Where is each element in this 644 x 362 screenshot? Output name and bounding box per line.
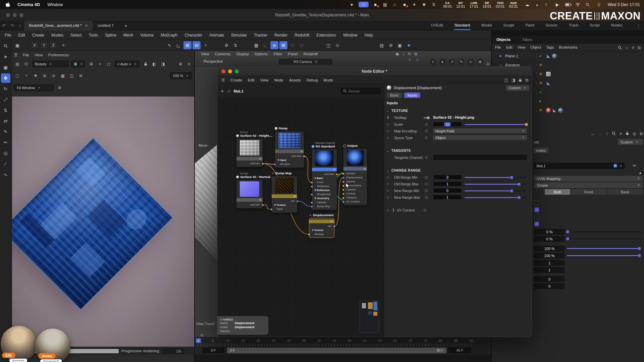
menu-help[interactable]: Help bbox=[365, 33, 373, 38]
attribute-slider[interactable] bbox=[567, 255, 642, 256]
slider-handle[interactable] bbox=[510, 176, 513, 179]
node-graph-canvas[interactable]: 1 node(s) NameDisplacementAssetDisplacem… bbox=[217, 98, 384, 337]
layout-tab-track[interactable]: Track bbox=[568, 21, 579, 30]
port-blue-icon[interactable] bbox=[297, 200, 298, 202]
graph-node-displacement[interactable]: ≡Displacement◔▤out▾ TextureTexMap bbox=[309, 213, 334, 238]
plane-icon[interactable]: ✈ bbox=[411, 2, 417, 7]
material-tab[interactable]: Mat.1 bbox=[234, 89, 244, 93]
search-box[interactable] bbox=[341, 88, 380, 94]
search-icon[interactable] bbox=[618, 46, 622, 50]
camera-view-icon[interactable]: ⊙ bbox=[333, 41, 341, 49]
dropdown-field[interactable]: Height Field▼ bbox=[433, 128, 527, 133]
port-orange-icon[interactable] bbox=[311, 182, 313, 183]
flame-icon[interactable]: ▲ bbox=[535, 2, 540, 7]
menu-window[interactable]: Window bbox=[343, 33, 358, 38]
channels-icon[interactable]: ⌗ bbox=[97, 61, 103, 67]
up-icon[interactable]: ↑ bbox=[606, 131, 608, 136]
home-icon[interactable]: ⌂ bbox=[626, 45, 628, 50]
axis-lock-y[interactable]: Y bbox=[40, 42, 48, 49]
add-tab-icon[interactable]: + bbox=[124, 23, 127, 28]
objects-menu-tags[interactable]: Tags bbox=[546, 45, 554, 49]
disabled-x-icon[interactable]: ✕ bbox=[539, 81, 542, 85]
render-view-menu-file[interactable]: File bbox=[23, 53, 29, 57]
popout-icon[interactable]: ⧉ bbox=[525, 78, 528, 82]
navigate-icon[interactable]: + bbox=[23, 72, 30, 79]
visibility-dots-icon[interactable]: ⋮ bbox=[535, 63, 538, 67]
node-preview-bar[interactable]: ◔▤ bbox=[236, 198, 263, 202]
filter-icon[interactable]: ≡ bbox=[632, 45, 634, 50]
dither-icon[interactable]: ⊞ bbox=[88, 61, 95, 67]
collapse-icon[interactable]: ▲ bbox=[639, 171, 642, 175]
section-header[interactable]: ⌄CHANGE RANGE bbox=[387, 169, 532, 172]
node-editor-menu-assets[interactable]: Assets bbox=[289, 78, 301, 82]
section-header[interactable]: ⌄TANGENTS bbox=[387, 149, 532, 153]
material-tag-icon[interactable] bbox=[552, 54, 557, 58]
layer-dots-icon[interactable]: ▫▫ bbox=[529, 63, 531, 67]
port-yellow-icon[interactable] bbox=[342, 197, 344, 199]
inspector-tab-basic[interactable]: Basic bbox=[387, 93, 402, 98]
side-front[interactable]: Front bbox=[571, 189, 606, 195]
attribute-slider[interactable] bbox=[567, 231, 642, 232]
menubar-item[interactable]: Window bbox=[47, 2, 63, 7]
download-icon[interactable]: ↓ bbox=[402, 52, 404, 56]
animation-circle-icon[interactable] bbox=[425, 176, 428, 179]
port-orange-icon[interactable] bbox=[311, 202, 313, 203]
expand-icon[interactable]: ❯ bbox=[387, 116, 389, 119]
graph-node-ramp[interactable]: Ramp◔▤outColor▾ InputAll Input bbox=[275, 126, 304, 168]
render-view-menu-view[interactable]: View bbox=[35, 53, 43, 57]
lock-icon[interactable] bbox=[142, 61, 149, 67]
parameter-slider[interactable] bbox=[465, 190, 526, 191]
text-field[interactable] bbox=[433, 155, 527, 160]
timeline-range-slider[interactable]: 0 F 90 F bbox=[227, 348, 446, 353]
axis-tool-icon[interactable]: ⇅ bbox=[1, 106, 10, 115]
disabled-x-icon[interactable]: ✕ bbox=[539, 72, 542, 76]
slider-handle[interactable] bbox=[566, 237, 569, 240]
objects-menu-edit[interactable]: Edit bbox=[506, 45, 513, 49]
object-name[interactable]: Plane.1 bbox=[505, 54, 518, 58]
target-icon[interactable]: ⌖ bbox=[539, 99, 541, 104]
disabled-quantize-icon[interactable]: ⊡ bbox=[298, 41, 306, 49]
keyframe-diamond-icon[interactable]: ◇ bbox=[387, 208, 389, 212]
target-icon[interactable]: ◎ bbox=[633, 131, 636, 136]
port-blue-icon[interactable] bbox=[342, 177, 344, 179]
alert-icon[interactable]: ⚠ bbox=[392, 2, 398, 7]
menu-select[interactable]: Select bbox=[70, 33, 82, 38]
keyframe-diamond-icon[interactable]: ◇ bbox=[387, 189, 389, 192]
spotlight-icon[interactable] bbox=[586, 3, 592, 7]
graph-minimap[interactable] bbox=[360, 301, 379, 333]
objects-menu-view[interactable]: View bbox=[518, 45, 526, 49]
pan-icon[interactable]: ✥ bbox=[32, 72, 39, 79]
zoom-dropdown[interactable]: 100 %▼ bbox=[170, 72, 192, 79]
node-preview-bar[interactable]: ◔▤ bbox=[236, 157, 263, 161]
fullscreen-icon[interactable]: ▢ bbox=[14, 72, 21, 79]
subdivide-icon[interactable]: ⌗ bbox=[202, 41, 210, 49]
menu-volume[interactable]: Volume bbox=[140, 33, 154, 38]
lock-icon[interactable] bbox=[626, 131, 629, 136]
port-orange-icon[interactable] bbox=[336, 174, 338, 175]
battery-icon[interactable] bbox=[565, 3, 571, 6]
viewport-projection-label[interactable]: Perspective bbox=[204, 59, 223, 63]
side-both[interactable]: Both bbox=[545, 189, 570, 195]
gear-icon[interactable]: ⚙ bbox=[56, 84, 63, 91]
layout-menu-icon[interactable]: ⋮ bbox=[636, 23, 644, 28]
keyframe-diamond-icon[interactable]: ◇ bbox=[387, 123, 389, 126]
animation-circle-icon[interactable] bbox=[425, 136, 428, 139]
layout-tab-script[interactable]: Script bbox=[589, 21, 600, 30]
attribute-value-field[interactable]: 0 bbox=[534, 283, 565, 289]
node-editor-menu-create[interactable]: Create bbox=[230, 78, 242, 82]
search-input[interactable] bbox=[348, 89, 377, 93]
menu-character[interactable]: Character bbox=[184, 33, 202, 38]
compare-b-icon[interactable]: ◨ bbox=[160, 61, 166, 67]
animation-circle-icon[interactable] bbox=[424, 209, 426, 212]
copy-icon[interactable]: ⧉ bbox=[77, 72, 84, 79]
port-blue-icon[interactable] bbox=[311, 206, 313, 207]
mapping-dropdown[interactable]: Simple▼ bbox=[534, 182, 643, 188]
menu-mesh[interactable]: Mesh bbox=[123, 33, 133, 38]
gear-icon[interactable]: ⚙ bbox=[222, 41, 230, 49]
graph-node-output[interactable]: Output◔▤SurfaceDisplacementVolumeEnviron… bbox=[343, 144, 367, 205]
pen-tool-icon[interactable]: ✎ bbox=[1, 127, 10, 136]
pointer-icon[interactable]: ➤ bbox=[349, 2, 355, 7]
objects-menu-file[interactable]: File bbox=[495, 45, 501, 49]
layout-tab-model[interactable]: Model bbox=[481, 21, 492, 30]
render-view-menu-preferences[interactable]: Preferences bbox=[48, 53, 69, 57]
